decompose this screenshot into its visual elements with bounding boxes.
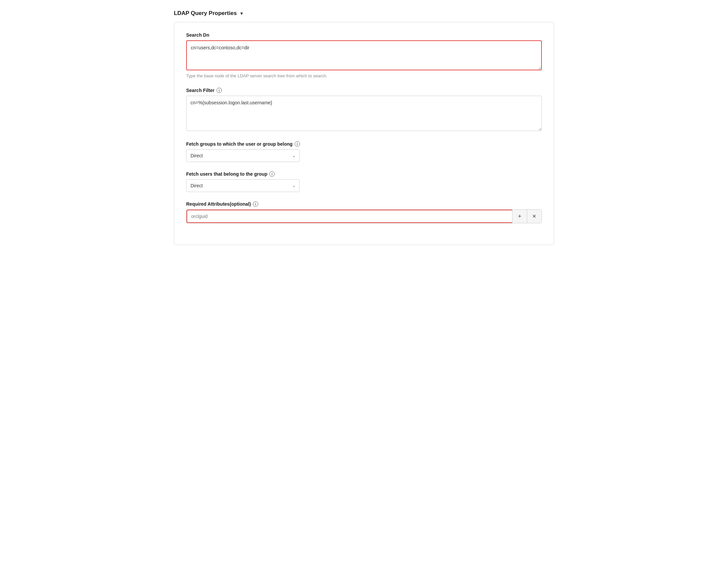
section-header: LDAP Query Properties ▼ bbox=[174, 10, 554, 17]
section-title: LDAP Query Properties bbox=[174, 10, 237, 17]
search-filter-info-icon[interactable]: i bbox=[216, 88, 222, 93]
required-attributes-input[interactable] bbox=[186, 210, 512, 223]
fetch-groups-info-icon[interactable]: i bbox=[294, 141, 300, 147]
chevron-down-icon[interactable]: ▼ bbox=[239, 11, 244, 16]
search-filter-label: Search Filter i bbox=[186, 88, 542, 93]
fetch-users-select[interactable]: Direct Recursive None bbox=[186, 179, 300, 192]
search-dn-input[interactable]: cn=users,dc=contoso,dc=dir bbox=[186, 40, 542, 70]
ldap-query-properties-card: Search Dn cn=users,dc=contoso,dc=dir Typ… bbox=[174, 22, 554, 245]
fetch-users-label: Fetch users that belong to the group i bbox=[186, 171, 542, 177]
fetch-groups-field-group: Fetch groups to which the user or group … bbox=[186, 141, 542, 162]
search-filter-field-group: Search Filter i cn=%{subsession.logon.la… bbox=[186, 88, 542, 132]
search-dn-field-group: Search Dn cn=users,dc=contoso,dc=dir Typ… bbox=[186, 32, 542, 78]
fetch-users-select-wrapper: Direct Recursive None ⌄ bbox=[186, 179, 300, 192]
fetch-groups-select[interactable]: Direct Recursive None bbox=[186, 149, 300, 162]
required-attributes-field-group: Required Attributes(optional) i + ✕ bbox=[186, 201, 542, 223]
fetch-users-info-icon[interactable]: i bbox=[269, 171, 275, 177]
page-container: LDAP Query Properties ▼ Search Dn cn=use… bbox=[174, 10, 554, 245]
fetch-groups-label: Fetch groups to which the user or group … bbox=[186, 141, 542, 147]
fetch-users-field-group: Fetch users that belong to the group i D… bbox=[186, 171, 542, 192]
remove-attribute-button[interactable]: ✕ bbox=[527, 210, 542, 223]
search-filter-input[interactable]: cn=%{subsession.logon.last.username} bbox=[186, 96, 542, 131]
fetch-groups-select-wrapper: Direct Recursive None ⌄ bbox=[186, 149, 300, 162]
required-attributes-info-icon[interactable]: i bbox=[253, 201, 258, 207]
add-attribute-button[interactable]: + bbox=[512, 210, 527, 223]
required-attributes-row: + ✕ bbox=[186, 209, 542, 223]
search-dn-label: Search Dn bbox=[186, 32, 542, 38]
required-attributes-label: Required Attributes(optional) i bbox=[186, 201, 542, 207]
search-dn-hint: Type the base node of the LDAP server se… bbox=[186, 73, 542, 78]
